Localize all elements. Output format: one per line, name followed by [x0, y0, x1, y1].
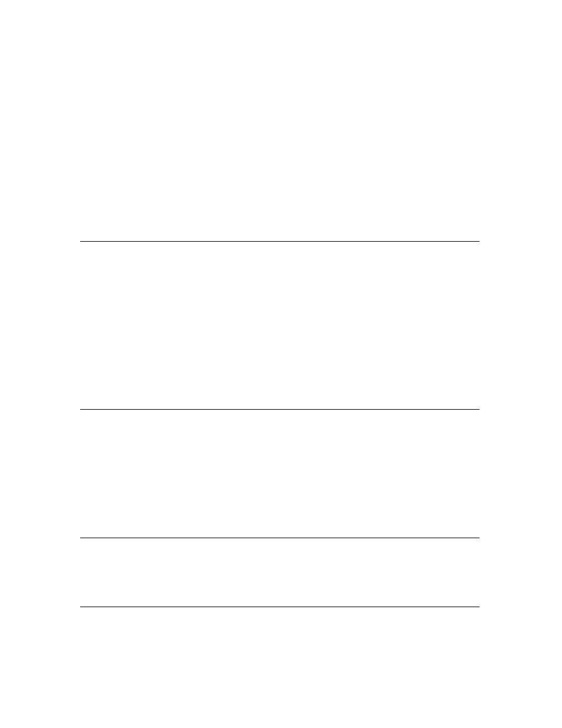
- divider-line: [80, 538, 480, 538]
- divider-line: [80, 607, 480, 607]
- divider-line: [80, 409, 480, 410]
- page: [0, 0, 562, 728]
- divider-line: [80, 241, 480, 242]
